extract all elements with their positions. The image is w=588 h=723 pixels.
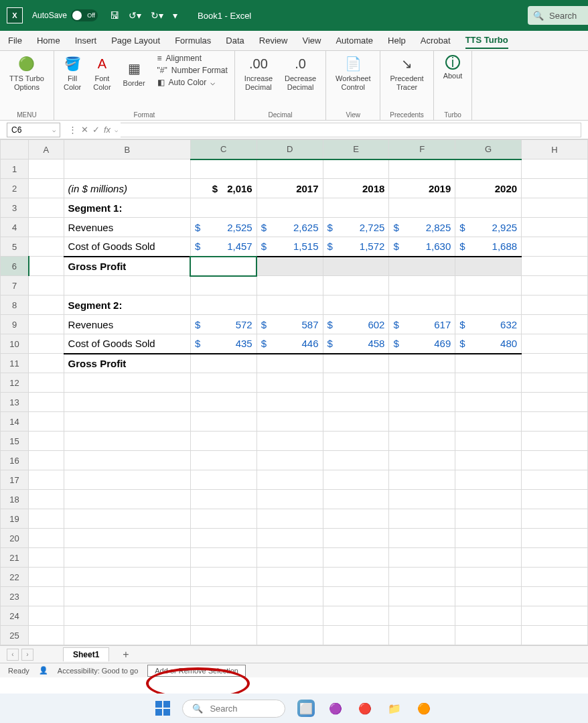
precedent-tracer-button[interactable]: ↘Precedent Tracer: [387, 54, 426, 93]
cell-E12[interactable]: [323, 373, 389, 393]
cell-C12[interactable]: [190, 373, 256, 393]
cell-B19[interactable]: [64, 509, 190, 529]
cell-B18[interactable]: [64, 490, 190, 509]
tts-turbo-options-button[interactable]: 🟢TTS Turbo Options: [7, 54, 47, 93]
cell-C23[interactable]: [190, 587, 256, 606]
row-header-23[interactable]: 23: [1, 587, 29, 606]
cell-A23[interactable]: [29, 587, 64, 606]
cell-E4[interactable]: $2,725: [323, 218, 389, 237]
cell-H24[interactable]: [522, 606, 588, 626]
cell-D2[interactable]: 2017: [256, 179, 323, 198]
row-header-6[interactable]: 6: [1, 257, 29, 276]
cell-F6[interactable]: [389, 257, 455, 276]
cell-E25[interactable]: [323, 626, 389, 645]
cell-F16[interactable]: [389, 451, 455, 470]
cell-D21[interactable]: [256, 548, 323, 568]
cell-H2[interactable]: [522, 179, 588, 198]
cell-C14[interactable]: [190, 412, 256, 432]
row-header-3[interactable]: 3: [1, 198, 29, 218]
cell-D12[interactable]: [256, 373, 323, 393]
cell-E5[interactable]: $1,572: [323, 237, 389, 257]
row-header-20[interactable]: 20: [1, 529, 29, 548]
cell-A14[interactable]: [29, 412, 64, 432]
sheet-next-button[interactable]: ›: [21, 649, 33, 661]
cell-D20[interactable]: [256, 529, 323, 548]
cell-H13[interactable]: [522, 393, 588, 412]
cell-C16[interactable]: [190, 451, 256, 470]
cell-A2[interactable]: [29, 179, 64, 198]
cell-B7[interactable]: [64, 276, 190, 295]
cell-B15[interactable]: [64, 432, 190, 451]
cell-D15[interactable]: [256, 432, 323, 451]
cell-H9[interactable]: [522, 315, 588, 334]
row-header-7[interactable]: 7: [1, 276, 29, 295]
row-header-11[interactable]: 11: [1, 354, 29, 373]
cell-G17[interactable]: [455, 470, 522, 490]
cell-A19[interactable]: [29, 509, 64, 529]
cell-E1[interactable]: [323, 159, 389, 179]
row-header-1[interactable]: 1: [1, 159, 29, 179]
cell-D4[interactable]: $2,625: [256, 218, 323, 237]
cell-B3[interactable]: Segment 1:: [64, 198, 190, 218]
cell-A6[interactable]: [29, 257, 64, 276]
cell-B17[interactable]: [64, 470, 190, 490]
cell-H19[interactable]: [522, 509, 588, 529]
cell-B12[interactable]: [64, 373, 190, 393]
cell-G18[interactable]: [455, 490, 522, 509]
cell-B1[interactable]: [64, 159, 190, 179]
cell-G3[interactable]: [455, 198, 522, 218]
cell-E2[interactable]: 2018: [323, 179, 389, 198]
cell-G22[interactable]: [455, 568, 522, 587]
cell-B5[interactable]: Cost of Goods Sold: [64, 237, 190, 257]
save-icon[interactable]: 🖫: [110, 10, 119, 21]
cell-F3[interactable]: [389, 198, 455, 218]
sheet-prev-button[interactable]: ‹: [7, 649, 19, 661]
cell-A12[interactable]: [29, 373, 64, 393]
row-header-14[interactable]: 14: [1, 412, 29, 432]
cell-D3[interactable]: [256, 198, 323, 218]
cell-F25[interactable]: [389, 626, 455, 645]
cell-F8[interactable]: [389, 295, 455, 315]
cell-H8[interactable]: [522, 295, 588, 315]
cell-D16[interactable]: [256, 451, 323, 470]
row-header-24[interactable]: 24: [1, 606, 29, 626]
fx-icon[interactable]: fx: [104, 125, 111, 135]
cell-H12[interactable]: [522, 373, 588, 393]
cell-E3[interactable]: [323, 198, 389, 218]
row-header-25[interactable]: 25: [1, 626, 29, 645]
cell-A13[interactable]: [29, 393, 64, 412]
font-color-button[interactable]: AFont Color: [90, 54, 113, 93]
cell-G25[interactable]: [455, 626, 522, 645]
row-header-13[interactable]: 13: [1, 393, 29, 412]
cell-D24[interactable]: [256, 606, 323, 626]
cell-C11[interactable]: [190, 354, 256, 373]
cell-A4[interactable]: [29, 218, 64, 237]
tab-page-layout[interactable]: Page Layout: [111, 33, 160, 48]
cell-C20[interactable]: [190, 529, 256, 548]
tab-data[interactable]: Data: [226, 33, 244, 48]
cell-D10[interactable]: $446: [256, 334, 323, 354]
cell-F2[interactable]: 2019: [389, 179, 455, 198]
row-header-8[interactable]: 8: [1, 295, 29, 315]
col-header-C[interactable]: C: [190, 140, 256, 159]
cell-A21[interactable]: [29, 548, 64, 568]
cell-C10[interactable]: $435: [190, 334, 256, 354]
cell-D23[interactable]: [256, 587, 323, 606]
number-format-button[interactable]: "#"Number Format: [157, 66, 228, 75]
cell-C25[interactable]: [190, 626, 256, 645]
cell-E22[interactable]: [323, 568, 389, 587]
row-header-12[interactable]: 12: [1, 373, 29, 393]
redo-icon[interactable]: ↻▾: [151, 10, 163, 21]
tab-tts-turbo[interactable]: TTS Turbo: [465, 32, 508, 49]
worksheet-control-button[interactable]: 📄Worksheet Control: [333, 54, 373, 93]
cell-G5[interactable]: $1,688: [455, 237, 522, 257]
cell-C15[interactable]: [190, 432, 256, 451]
border-button[interactable]: ▦Border: [121, 54, 148, 93]
cell-F19[interactable]: [389, 509, 455, 529]
cell-E24[interactable]: [323, 606, 389, 626]
cell-F24[interactable]: [389, 606, 455, 626]
cell-H21[interactable]: [522, 548, 588, 568]
cell-E7[interactable]: [323, 276, 389, 295]
cell-E17[interactable]: [323, 470, 389, 490]
cell-F20[interactable]: [389, 529, 455, 548]
